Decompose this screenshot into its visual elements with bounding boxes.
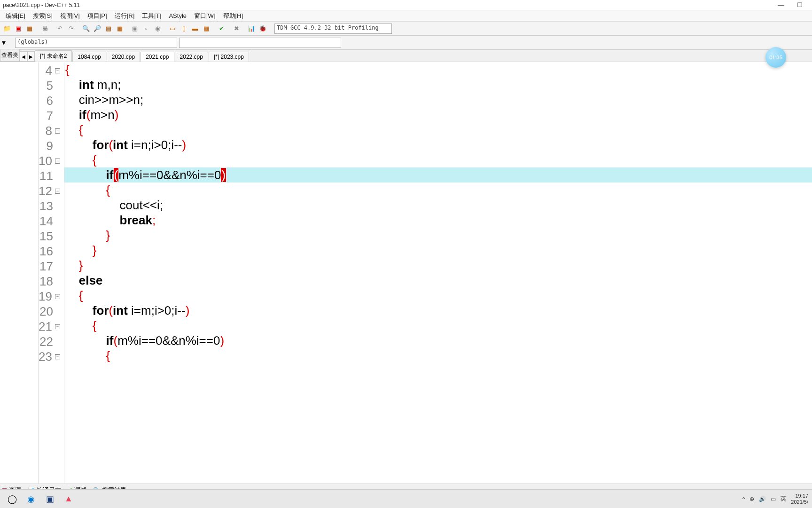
redo-icon[interactable]: ↷ — [66, 24, 76, 34]
tabs-row: 查看类 ◀ ▶ [*] 未命名2 1084.cpp 2020.cpp 2021.… — [0, 50, 812, 62]
tray-up-icon[interactable]: ^ — [742, 496, 745, 502]
print-icon[interactable]: 🖶 — [39, 24, 50, 34]
tab-2020[interactable]: 2020.cpp — [107, 52, 140, 62]
maximize-button[interactable]: ☐ — [790, 1, 809, 8]
volume-icon[interactable]: 🔊 — [759, 496, 766, 502]
code-editor[interactable]: 4−5678−910−1112−13141516171819−2021−2223… — [39, 62, 812, 484]
undo-icon[interactable]: ↶ — [55, 24, 65, 34]
menu-view[interactable]: 视图[V] — [56, 11, 84, 21]
tab-1084[interactable]: 1084.cpp — [72, 52, 106, 62]
layout4-icon[interactable]: ▦ — [201, 24, 211, 34]
timer-badge[interactable]: 01:35 — [765, 47, 786, 68]
globals-combo[interactable]: (globals) — [15, 38, 177, 48]
clock[interactable]: 19:17 2021/5/ — [791, 493, 809, 505]
menu-edit[interactable]: 编辑[E] — [2, 11, 29, 21]
findfiles-icon[interactable]: ▤ — [103, 24, 114, 34]
tab-2021[interactable]: 2021.cpp — [141, 52, 174, 62]
class-view-panel[interactable] — [0, 62, 39, 484]
layout1-icon[interactable]: ▭ — [167, 24, 178, 34]
tab-2022[interactable]: 2022.cpp — [175, 52, 208, 62]
class-view-header[interactable]: 查看类 — [0, 49, 20, 62]
function-combo[interactable] — [179, 38, 341, 48]
minimize-button[interactable]: — — [772, 1, 790, 8]
compiler-combo[interactable]: TDM-GCC 4.9.2 32-bit Profiling — [274, 24, 392, 34]
tab-prev-button[interactable]: ◀ — [20, 51, 27, 62]
line-gutter: 4−5678−910−1112−13141516171819−2021−2223… — [39, 62, 64, 484]
titlebar: pace\2021.cpp - Dev-C++ 5.11 — ☐ — [0, 0, 812, 10]
run-icon[interactable]: ▫ — [141, 24, 151, 34]
profile-icon[interactable]: 🐞 — [258, 24, 268, 34]
menu-window[interactable]: 窗口[W] — [190, 11, 219, 21]
tab-next-button[interactable]: ▶ — [27, 51, 35, 62]
edge-icon[interactable]: ◉ — [22, 492, 40, 507]
ime-indicator[interactable]: 英 — [781, 495, 786, 503]
replace-icon[interactable]: 🔎 — [92, 24, 102, 34]
menu-project[interactable]: 项目[P] — [84, 11, 111, 21]
save-icon[interactable]: ▣ — [13, 24, 23, 34]
menu-run[interactable]: 运行[R] — [111, 11, 139, 21]
start-button[interactable]: ◯ — [3, 492, 22, 507]
layout3-icon[interactable]: ▬ — [190, 24, 200, 34]
menu-tools[interactable]: 工具[T] — [138, 11, 165, 21]
saveall-icon[interactable]: ▦ — [24, 24, 35, 34]
nav-icon[interactable]: ▾ — [2, 38, 6, 47]
tab-2023[interactable]: [*] 2023.cpp — [209, 52, 249, 62]
main-toolbar: 📁 ▣ ▦ 🖶 ↶ ↷ 🔍 🔎 ▤ ▦ ▣ ▫ ◉ ▭ ▯ ▬ ▦ ✔ ✖ 📊 … — [0, 22, 812, 36]
menu-help[interactable]: 帮助[H] — [219, 11, 247, 21]
goto-icon[interactable]: ▦ — [115, 24, 125, 34]
window-title: pace\2021.cpp - Dev-C++ 5.11 — [3, 2, 80, 8]
menu-astyle[interactable]: AStyle — [165, 11, 190, 20]
menu-search[interactable]: 搜索[S] — [29, 11, 56, 21]
scope-toolbar: ▾ (globals) — [0, 36, 812, 50]
close-icon[interactable]: ✖ — [231, 24, 242, 34]
check-icon[interactable]: ✔ — [216, 24, 226, 34]
devcpp-icon[interactable]: ▣ — [40, 492, 59, 507]
find-icon[interactable]: 🔍 — [81, 24, 91, 34]
open-icon[interactable]: 📁 — [2, 24, 12, 34]
tab-unnamed2[interactable]: [*] 未命名2 — [35, 50, 72, 62]
menubar: 编辑[E] 搜索[S] 视图[V] 项目[P] 运行[R] 工具[T] ASty… — [0, 10, 812, 22]
battery-icon[interactable]: ▭ — [771, 496, 776, 502]
compile-icon[interactable]: ▣ — [130, 24, 140, 34]
network-icon[interactable]: ⊕ — [750, 496, 754, 502]
compilerun-icon[interactable]: ◉ — [152, 24, 163, 34]
app-icon[interactable]: ▲ — [59, 492, 78, 507]
layout2-icon[interactable]: ▯ — [179, 24, 189, 34]
system-tray[interactable]: ^ ⊕ 🔊 ▭ 英 19:17 2021/5/ — [742, 493, 809, 505]
taskbar: ◯ ◉ ▣ ▲ ^ ⊕ 🔊 ▭ 英 19:17 2021/5/ — [0, 489, 812, 508]
debug-icon[interactable]: 📊 — [246, 24, 257, 34]
